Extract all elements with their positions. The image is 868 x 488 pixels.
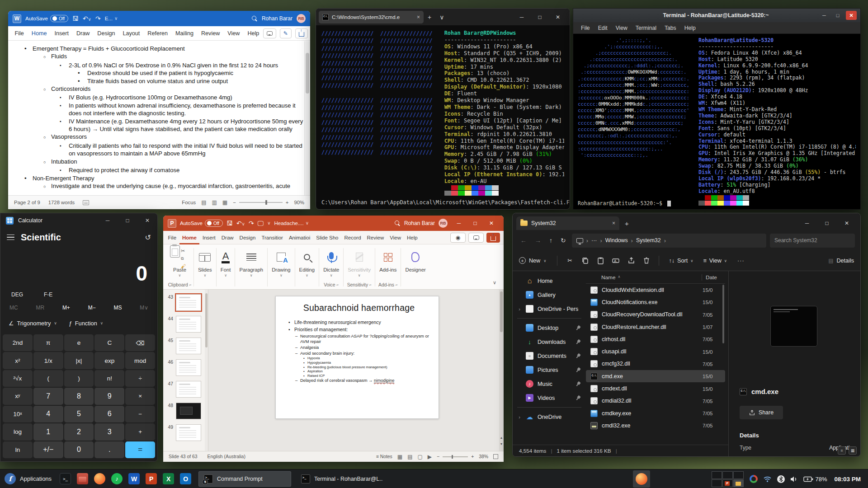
calc-key-n![interactable]: n! (94, 370, 124, 387)
slide-thumbnail-47[interactable] (176, 381, 201, 398)
breadcrumb[interactable]: › ··· › Windows › System32 › (572, 234, 766, 248)
calc-key-6[interactable]: 6 (94, 406, 124, 422)
xterm-menu-view[interactable]: View (612, 25, 632, 31)
avatar[interactable]: RB (297, 14, 306, 23)
read-mode-icon[interactable]: ▤ (201, 199, 206, 206)
calc-key-3[interactable]: 3 (94, 423, 124, 440)
file-list-scrollbar[interactable] (722, 285, 724, 343)
dropdown-chevron-icon[interactable]: ∨ (280, 273, 283, 277)
zoom-slider[interactable]: −+ (437, 454, 474, 459)
word-autosave-toggle[interactable]: AutoSave Off (25, 15, 68, 22)
workspace-pager[interactable]: P (712, 471, 744, 487)
copy-icon[interactable] (578, 257, 592, 264)
list-view-toggle-icon[interactable]: ≡ (838, 446, 846, 455)
minimize-button[interactable]: ─ (98, 213, 118, 228)
word-tab-home[interactable]: Home (28, 26, 51, 41)
redo-icon[interactable]: ↷ (249, 220, 254, 226)
rename-icon[interactable]: A (609, 258, 623, 264)
sidebar-item-documents[interactable]: ≡Documents (513, 349, 586, 363)
print-layout-icon[interactable]: ▥ (212, 199, 217, 206)
new-tab-button[interactable]: + (619, 220, 634, 227)
maximize-button[interactable]: □ (817, 216, 837, 230)
bluetooth-icon[interactable] (777, 475, 785, 483)
save-icon[interactable]: 🖫 (72, 15, 79, 22)
sidebar-item-downloads[interactable]: ↓Downloads (513, 335, 586, 349)
zoom-level[interactable]: 90% (294, 200, 304, 205)
volume-icon[interactable] (790, 476, 798, 483)
files-launcher-icon[interactable] (77, 473, 88, 484)
file-row-cmd.exe[interactable]: C:\cmd.exe15/0 (586, 370, 725, 382)
calc-key-([interactable]: ( (33, 370, 63, 387)
word-tab-help[interactable]: Help (244, 26, 263, 41)
normal-view-icon[interactable]: ▦ (397, 454, 402, 460)
slide-thumbnail-49[interactable] (176, 424, 201, 441)
trigonometry-dropdown[interactable]: ∠Trigonometry∨ (9, 320, 57, 327)
focus-button[interactable]: Focus (182, 200, 196, 205)
ribbon-group-addins[interactable]: Add-insAdd-ins ⌐ (375, 246, 401, 289)
sidebar-item-onedrive[interactable]: ›☁OneDrive (513, 410, 586, 424)
xterm-menu-edit[interactable]: Edit (594, 25, 612, 31)
share-button[interactable] (295, 28, 308, 38)
calc-key-÷[interactable]: ÷ (125, 370, 155, 387)
search-input[interactable]: Search System32 (770, 234, 855, 248)
xterm-menu-help[interactable]: Help (680, 25, 700, 31)
xterm-menu-file[interactable]: File (577, 25, 594, 31)
ppt-tab-insert[interactable]: Insert (199, 231, 218, 244)
maximize-button[interactable]: □ (118, 213, 137, 228)
paste-icon[interactable] (594, 257, 607, 264)
minimize-button[interactable]: ─ (819, 11, 830, 20)
calc-key-4[interactable]: 4 (33, 406, 63, 422)
calc-key-.[interactable]: . (94, 441, 124, 458)
word-tab-referen[interactable]: Referen (144, 26, 172, 41)
battery-indicator[interactable]: 78% (803, 476, 827, 483)
calc-key-xʸ[interactable]: xʸ (3, 388, 33, 404)
minimize-button[interactable]: ─ (513, 9, 531, 25)
calc-key-9[interactable]: 9 (94, 388, 124, 404)
word-document-title[interactable]: E...∨ (105, 16, 118, 21)
calc-key-0[interactable]: 0 (64, 441, 94, 458)
menu-icon[interactable] (7, 235, 14, 240)
network-manager-icon[interactable] (750, 475, 758, 483)
ribbon-group-editing[interactable]: Editing∨ (295, 246, 319, 289)
calc-key-mod[interactable]: mod (125, 352, 155, 369)
excel-launcher-icon[interactable]: X (163, 473, 174, 484)
view-button[interactable]: ≡View∨ (699, 258, 731, 264)
file-row-CloudRecoveryDownloadTool.dll[interactable]: CloudRecoveryDownloadTool.dll7/05 (586, 309, 725, 321)
calc-key-)[interactable]: ) (64, 370, 94, 387)
outlook-launcher-icon[interactable]: O (180, 473, 191, 484)
share-button[interactable] (486, 233, 500, 243)
file-row-cmdext.dll[interactable]: cmdext.dll15/0 (586, 382, 725, 394)
name-column-header[interactable]: Name∧ (586, 274, 702, 281)
calc-key-8[interactable]: 8 (64, 388, 94, 404)
calc-key-log[interactable]: log (3, 423, 33, 440)
ppt-tab-animatioi[interactable]: Animatioi (286, 231, 313, 244)
sidebar-item-gallery[interactable]: ▲Gallery (513, 288, 586, 302)
close-button[interactable]: ✕ (837, 216, 857, 230)
ribbon-group-drawing[interactable]: Drawing∨ (268, 246, 294, 289)
word-launcher-icon[interactable]: W (128, 473, 140, 484)
ppt-tab-transitior[interactable]: Transitior (259, 231, 286, 244)
search-icon[interactable] (395, 221, 401, 226)
close-tab-icon[interactable]: × (417, 14, 420, 20)
calc-key-1/x[interactable]: 1/x (33, 352, 63, 369)
explorer-tab[interactable]: System32 × (516, 216, 619, 230)
close-tab-icon[interactable]: × (612, 220, 615, 226)
ppt-tab-help[interactable]: Help (404, 231, 420, 244)
breadcrumb-windows[interactable]: Windows (605, 237, 628, 244)
notes-button[interactable]: ≡ Notes (376, 454, 392, 459)
ppt-tab-view[interactable]: View (387, 231, 404, 244)
ppt-tab-home[interactable]: Home (179, 231, 200, 244)
comments-button[interactable] (468, 233, 484, 243)
word-document-canvas[interactable]: •Emergent Therapy = Fluids + Glucocortic… (8, 41, 310, 195)
file-row-clrhost.dll[interactable]: clrhost.dll7/05 (586, 333, 725, 345)
editing-mode-button[interactable]: ✎ (280, 28, 292, 38)
next-slide-icon[interactable]: ▼ (499, 442, 504, 446)
firefox-taskbar-item[interactable] (633, 470, 650, 488)
calc-key-+[interactable]: + (125, 423, 155, 440)
calc-key-−[interactable]: − (125, 406, 155, 422)
slide-thumbnail-46[interactable] (176, 359, 201, 376)
dropdown-chevron-icon[interactable]: ∨ (306, 273, 308, 277)
maximize-button[interactable]: □ (467, 216, 483, 231)
qat-dropdown-icon[interactable]: ∨ (267, 221, 270, 225)
save-icon[interactable]: 🖫 (226, 220, 233, 226)
